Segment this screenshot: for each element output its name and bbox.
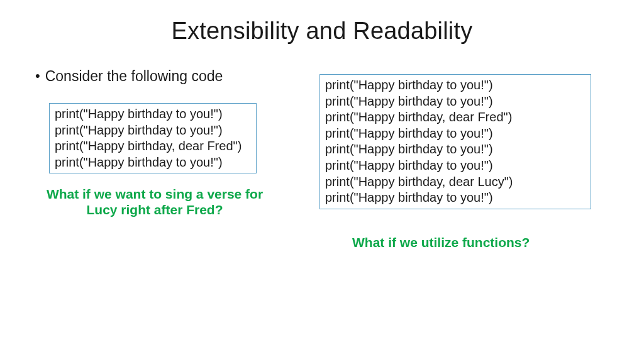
- code-line: print("Happy birthday to you!"): [325, 94, 586, 110]
- code-block-right: print("Happy birthday to you!") print("H…: [319, 74, 591, 209]
- bullet-text: Consider the following code: [45, 68, 223, 85]
- code-line: print("Happy birthday to you!"): [325, 77, 586, 94]
- code-line: print("Happy birthday to you!"): [325, 126, 586, 142]
- bullet-dot: •: [35, 69, 40, 83]
- code-line: print("Happy birthday, dear Fred"): [325, 109, 586, 126]
- slide: Extensibility and Readability • Consider…: [0, 0, 644, 362]
- prompt-right: What if we utilize functions?: [352, 235, 530, 250]
- prompt-left-line2: Lucy right after Fred?: [86, 202, 223, 217]
- code-block-left: print("Happy birthday to you!") print("H…: [49, 103, 257, 173]
- page-title: Extensibility and Readability: [0, 18, 644, 45]
- code-line: print("Happy birthday to you!"): [55, 106, 251, 123]
- code-line: print("Happy birthday, dear Lucy"): [325, 174, 586, 190]
- code-line: print("Happy birthday to you!"): [325, 190, 586, 206]
- code-line: print("Happy birthday to you!"): [325, 158, 586, 174]
- code-line: print("Happy birthday to you!"): [325, 141, 586, 158]
- bullet-item: • Consider the following code: [35, 68, 223, 85]
- code-line: print("Happy birthday to you!"): [55, 155, 251, 171]
- prompt-left: What if we want to sing a verse for Lucy…: [45, 186, 264, 217]
- prompt-left-line1: What if we want to sing a verse for: [47, 187, 263, 201]
- code-line: print("Happy birthday, dear Fred"): [55, 138, 251, 155]
- code-line: print("Happy birthday to you!"): [55, 123, 251, 139]
